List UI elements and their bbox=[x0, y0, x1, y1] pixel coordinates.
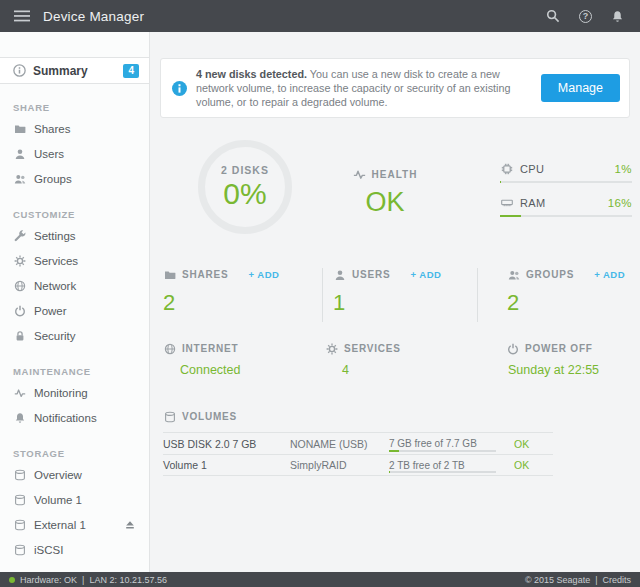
disks-gauge: 2 DISKS 0% bbox=[198, 140, 292, 234]
disks-usage-value: 0% bbox=[223, 177, 266, 211]
sidebar-item-shares[interactable]: Shares bbox=[0, 116, 149, 141]
shares-count: 2 bbox=[163, 290, 322, 316]
sidebar-item-label: Users bbox=[34, 148, 64, 160]
internet-status: INTERNET Connected bbox=[163, 342, 240, 377]
sidebar-item-label: Services bbox=[34, 255, 78, 267]
cpu-chip-icon bbox=[500, 162, 513, 175]
add-share-link[interactable]: + ADD bbox=[248, 269, 279, 280]
sidebar-item-services[interactable]: Services bbox=[0, 248, 149, 273]
banner-title: 4 new disks detected. bbox=[196, 68, 307, 80]
cpu-value: 1% bbox=[615, 163, 632, 175]
sidebar-item-label: Overview bbox=[34, 469, 82, 481]
status-badge: OK bbox=[506, 459, 553, 471]
sidebar-item-label: Settings bbox=[34, 230, 76, 242]
ram-stick-icon bbox=[500, 196, 513, 209]
wrench-icon bbox=[13, 229, 26, 242]
folder-icon bbox=[13, 122, 26, 135]
sidebar-item-summary[interactable]: Summary 4 bbox=[0, 57, 149, 84]
add-user-link[interactable]: + ADD bbox=[410, 269, 441, 280]
hardware-status-dot bbox=[9, 577, 15, 583]
credits-link[interactable]: Credits bbox=[602, 575, 631, 585]
users-icon bbox=[13, 172, 26, 185]
globe-icon bbox=[163, 342, 176, 355]
sidebar-item-label: Volume 1 bbox=[34, 494, 82, 506]
sidebar-item-power[interactable]: Power bbox=[0, 298, 149, 323]
sidebar-item-label: Notifications bbox=[34, 412, 97, 424]
add-group-link[interactable]: + ADD bbox=[594, 269, 625, 280]
power-icon bbox=[13, 304, 26, 317]
sidebar-item-label: iSCSI bbox=[34, 544, 63, 556]
search-icon bbox=[546, 9, 560, 23]
info-circle-icon bbox=[172, 81, 187, 96]
disk-icon bbox=[13, 543, 26, 556]
health-value: OK bbox=[330, 187, 440, 218]
disk-icon bbox=[13, 493, 26, 506]
notification-banner: 4 new disks detected. You can use a new … bbox=[160, 58, 630, 118]
sidebar-item-label: Network bbox=[34, 280, 76, 292]
bell-icon bbox=[13, 411, 26, 424]
hardware-status: Hardware: OK bbox=[20, 575, 77, 585]
gear-icon bbox=[13, 254, 26, 267]
gear-icon bbox=[325, 342, 338, 355]
sidebar-item-label: Power bbox=[34, 305, 67, 317]
search-button[interactable] bbox=[546, 9, 560, 23]
services-value: 4 bbox=[325, 363, 401, 377]
users-icon bbox=[507, 268, 520, 281]
pulse-icon bbox=[13, 386, 26, 399]
sidebar-item-label: Groups bbox=[34, 173, 72, 185]
sidebar-item-external-1[interactable]: External 1 bbox=[0, 512, 149, 537]
lock-icon bbox=[13, 329, 26, 342]
volume-type: NONAME (USB) bbox=[290, 438, 389, 450]
globe-icon bbox=[13, 279, 26, 292]
table-row[interactable]: USB DISK 2.0 7 GB NONAME (USB) 7 GB free… bbox=[163, 432, 553, 454]
sidebar-item-iscsi[interactable]: iSCSI bbox=[0, 537, 149, 562]
sidebar-item-network[interactable]: Network bbox=[0, 273, 149, 298]
sidebar-item-label: Security bbox=[34, 330, 76, 342]
users-count: 1 bbox=[333, 290, 477, 316]
manage-button[interactable]: Manage bbox=[541, 74, 620, 102]
disk-icon bbox=[13, 518, 26, 531]
volumes-label: VOLUMES bbox=[182, 411, 237, 422]
sidebar-item-settings[interactable]: Settings bbox=[0, 223, 149, 248]
disk-icon bbox=[163, 410, 176, 423]
cpu-label: CPU bbox=[520, 163, 544, 175]
cpu-progressbar bbox=[500, 181, 632, 183]
sidebar-item-label: Shares bbox=[34, 123, 70, 135]
eject-button[interactable] bbox=[124, 519, 136, 531]
cpu-meter: CPU 1% bbox=[500, 162, 632, 183]
services-status: SERVICES 4 bbox=[325, 342, 401, 377]
services-label: SERVICES bbox=[344, 343, 401, 354]
volumes-table: USB DISK 2.0 7 GB NONAME (USB) 7 GB free… bbox=[163, 432, 553, 476]
ram-meter: RAM 16% bbox=[500, 196, 632, 217]
health-block: HEALTH OK bbox=[330, 168, 440, 218]
notifications-button[interactable] bbox=[611, 10, 624, 23]
sidebar-item-security[interactable]: Security bbox=[0, 323, 149, 348]
sidebar-item-notifications[interactable]: Notifications bbox=[0, 405, 149, 430]
sidebar-item-overview[interactable]: Overview bbox=[0, 462, 149, 487]
shares-stat: SHARES + ADD 2 bbox=[163, 268, 322, 322]
user-icon bbox=[13, 147, 26, 160]
health-label: HEALTH bbox=[372, 169, 418, 180]
status-bar: Hardware: OK | LAN 2: 10.21.57.56 © 2015… bbox=[0, 572, 640, 587]
status-badge: OK bbox=[506, 438, 553, 450]
eject-icon bbox=[124, 519, 136, 531]
hamburger-menu-button[interactable] bbox=[0, 0, 43, 32]
power-off-label: POWER OFF bbox=[525, 343, 593, 354]
sidebar-item-groups[interactable]: Groups bbox=[0, 166, 149, 191]
disks-label: 2 DISKS bbox=[221, 164, 269, 176]
sidebar-item-volume-1[interactable]: Volume 1 bbox=[0, 487, 149, 512]
volume-name: USB DISK 2.0 7 GB bbox=[163, 438, 290, 450]
sidebar-item-monitoring[interactable]: Monitoring bbox=[0, 380, 149, 405]
separator: | bbox=[595, 575, 597, 585]
separator: | bbox=[82, 575, 84, 585]
help-button[interactable]: ? bbox=[579, 10, 592, 23]
capacity-bar bbox=[389, 471, 496, 473]
internet-label: INTERNET bbox=[182, 343, 238, 354]
table-row[interactable]: Volume 1 SimplyRAID 2 TB free of 2 TB OK bbox=[163, 454, 553, 476]
users-stat: USERS + ADD 1 bbox=[322, 268, 477, 322]
groups-label: GROUPS bbox=[526, 269, 574, 280]
power-icon bbox=[506, 342, 519, 355]
top-bar: Device Manager ? bbox=[0, 0, 640, 32]
user-icon bbox=[333, 268, 346, 281]
sidebar-item-users[interactable]: Users bbox=[0, 141, 149, 166]
